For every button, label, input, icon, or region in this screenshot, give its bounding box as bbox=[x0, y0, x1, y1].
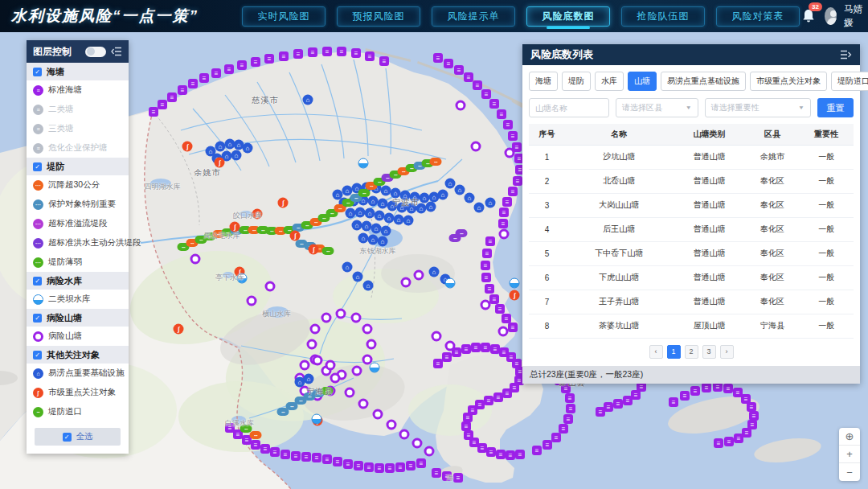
tab-易涝点重点基础设施[interactable]: 易涝点重点基础设施 bbox=[661, 72, 746, 91]
seawall-marker[interactable]: ≡ bbox=[322, 47, 332, 56]
seawall-marker[interactable]: ≡ bbox=[489, 294, 499, 304]
page-2[interactable]: 2 bbox=[685, 345, 698, 359]
seawall-marker[interactable]: ≡ bbox=[502, 388, 512, 398]
dike-gate-marker[interactable]: ··· bbox=[358, 189, 371, 197]
sick-pond-marker[interactable] bbox=[336, 309, 346, 319]
sick-pond-marker[interactable] bbox=[481, 300, 491, 310]
flood-point-marker[interactable]: ⌂ bbox=[363, 281, 374, 291]
flood-point-marker[interactable]: ⌂ bbox=[362, 221, 372, 232]
seawall-marker[interactable]: ≡ bbox=[312, 453, 321, 462]
seawall-marker[interactable]: ≡ bbox=[464, 72, 473, 82]
seawall-marker[interactable]: ≡ bbox=[481, 343, 490, 352]
seawall-marker[interactable]: ≡ bbox=[532, 446, 542, 455]
seawall-marker[interactable]: ≡ bbox=[364, 462, 374, 472]
flood-point-marker[interactable]: ⌂ bbox=[429, 267, 440, 277]
seawall-marker[interactable]: ≡ bbox=[508, 131, 518, 141]
key-object-marker[interactable]: ∫ bbox=[290, 231, 301, 241]
flood-point-marker[interactable]: ⌂ bbox=[381, 226, 391, 236]
nav-button[interactable]: 预报风险图 bbox=[337, 6, 420, 27]
page-1[interactable]: 1 bbox=[667, 345, 681, 359]
nav-button[interactable]: 风险提示单 bbox=[432, 6, 515, 27]
seawall-marker[interactable]: ≡ bbox=[702, 383, 711, 392]
seawall-marker[interactable]: ≡ bbox=[279, 51, 289, 61]
class2-dam-marker[interactable] bbox=[445, 278, 456, 289]
layer-item[interactable]: ∫市级重点关注对象 bbox=[27, 383, 129, 402]
sick-pond-marker[interactable] bbox=[307, 339, 317, 350]
sick-pond-marker[interactable] bbox=[352, 366, 362, 376]
table-row[interactable]: 7王子弄山塘普通山塘奉化区一般 bbox=[529, 290, 854, 314]
layer-item[interactable]: ≡三类塘 bbox=[27, 119, 129, 138]
flood-point-marker[interactable]: ⌂ bbox=[304, 374, 314, 384]
seawall-marker[interactable]: ≡ bbox=[471, 343, 481, 352]
dike-gate-marker[interactable]: ··· bbox=[322, 247, 334, 255]
seawall-marker[interactable]: ≡ bbox=[613, 399, 623, 409]
select-all-checkbox[interactable]: ✓ bbox=[63, 433, 72, 442]
seawall-marker[interactable]: ≡ bbox=[493, 392, 503, 402]
layer-item[interactable]: ···保护对象特别重要 bbox=[27, 195, 129, 214]
sick-pond-marker[interactable] bbox=[432, 331, 442, 342]
sick-pond-marker[interactable] bbox=[247, 296, 257, 306]
flood-point-marker[interactable]: ⌂ bbox=[381, 186, 391, 196]
key-object-marker[interactable]: ∫ bbox=[309, 244, 319, 255]
layer-item[interactable]: ⌂易涝点重要基础设施 bbox=[27, 364, 129, 383]
sick-pond-marker[interactable] bbox=[412, 438, 423, 449]
seawall-marker[interactable]: ≡ bbox=[498, 219, 508, 228]
seawall-marker[interactable]: ≡ bbox=[623, 396, 633, 405]
table-row[interactable]: 4后王山塘普通山塘奉化区一般 bbox=[529, 217, 854, 241]
flood-point-marker[interactable]: ⌂ bbox=[358, 233, 369, 244]
seawall-marker[interactable]: ≡ bbox=[495, 304, 505, 314]
seawall-marker[interactable]: ≡ bbox=[508, 323, 518, 332]
seawall-marker[interactable]: ≡ bbox=[351, 48, 361, 58]
layer-section-header[interactable]: ✓病险山塘 bbox=[27, 309, 129, 327]
zoom-out[interactable]: − bbox=[839, 463, 860, 481]
seawall-marker[interactable]: ≡ bbox=[489, 99, 499, 109]
seawall-marker[interactable]: ≡ bbox=[444, 59, 453, 68]
sick-pond-marker[interactable] bbox=[330, 373, 341, 384]
sick-pond-marker[interactable] bbox=[345, 388, 355, 398]
flood-point-marker[interactable]: ⌂ bbox=[474, 203, 485, 213]
sick-pond-marker[interactable] bbox=[362, 324, 373, 335]
seawall-marker[interactable]: ≡ bbox=[506, 450, 515, 460]
key-object-marker[interactable]: ∫ bbox=[278, 198, 289, 208]
sick-pond-marker[interactable] bbox=[310, 324, 321, 335]
seawall-marker[interactable]: ≡ bbox=[395, 462, 405, 472]
flood-point-marker[interactable]: ⌂ bbox=[243, 143, 253, 154]
flood-point-marker[interactable]: ⌂ bbox=[387, 201, 398, 212]
seawall-marker[interactable]: ≡ bbox=[224, 64, 234, 74]
layer-item[interactable]: ≡危化企业保护塘 bbox=[27, 138, 129, 158]
table-row[interactable]: 2北岙山塘普通山塘奉化区一般 bbox=[529, 169, 854, 193]
seawall-marker[interactable]: ≡ bbox=[301, 452, 311, 462]
globe-icon[interactable]: ⊕ bbox=[839, 428, 860, 446]
key-object-marker[interactable]: ∫ bbox=[230, 222, 240, 232]
page-next[interactable]: › bbox=[720, 345, 734, 359]
seawall-marker[interactable]: ≡ bbox=[486, 447, 496, 457]
flood-point-marker[interactable]: ⌂ bbox=[368, 235, 379, 245]
sick-pond-marker[interactable] bbox=[321, 313, 332, 323]
flood-point-marker[interactable]: ⌂ bbox=[445, 179, 456, 189]
nav-button[interactable]: 风险对策表 bbox=[716, 6, 800, 27]
seawall-marker[interactable]: ≡ bbox=[291, 451, 301, 461]
seawall-marker[interactable]: ≡ bbox=[485, 284, 494, 294]
seawall-marker[interactable]: ≡ bbox=[724, 437, 734, 446]
table-row[interactable]: 8茶婆坑山塘屋顶山塘宁海县一般 bbox=[529, 314, 854, 338]
sick-pond-marker[interactable] bbox=[190, 254, 201, 265]
sick-pond-marker[interactable] bbox=[387, 420, 397, 430]
table-row[interactable]: 1沙坑山塘普通山塘余姚市一般 bbox=[529, 145, 854, 169]
flood-point-marker[interactable]: ⌂ bbox=[342, 262, 353, 273]
sick-pond-marker[interactable] bbox=[358, 399, 369, 409]
seawall-marker[interactable]: ≡ bbox=[442, 471, 452, 481]
seawall-marker[interactable]: ≡ bbox=[473, 80, 482, 90]
sick-pond-marker[interactable] bbox=[499, 229, 510, 240]
seawall-marker[interactable]: ≡ bbox=[690, 386, 700, 396]
sick-pond-marker[interactable] bbox=[326, 360, 336, 371]
flood-point-marker[interactable]: ⌂ bbox=[465, 193, 475, 203]
seawall-marker[interactable]: ≡ bbox=[432, 468, 441, 478]
layer-item[interactable]: ···堤防薄弱 bbox=[27, 253, 129, 272]
seawall-marker[interactable]: ≡ bbox=[723, 384, 733, 393]
seawall-marker[interactable]: ≡ bbox=[497, 109, 506, 119]
sick-pond-marker[interactable] bbox=[445, 341, 456, 351]
seawall-marker[interactable]: ≡ bbox=[713, 382, 723, 392]
seawall-marker[interactable]: ≡ bbox=[343, 459, 353, 469]
seawall-marker[interactable]: ≡ bbox=[354, 461, 363, 471]
seawall-marker[interactable]: ≡ bbox=[563, 414, 573, 424]
